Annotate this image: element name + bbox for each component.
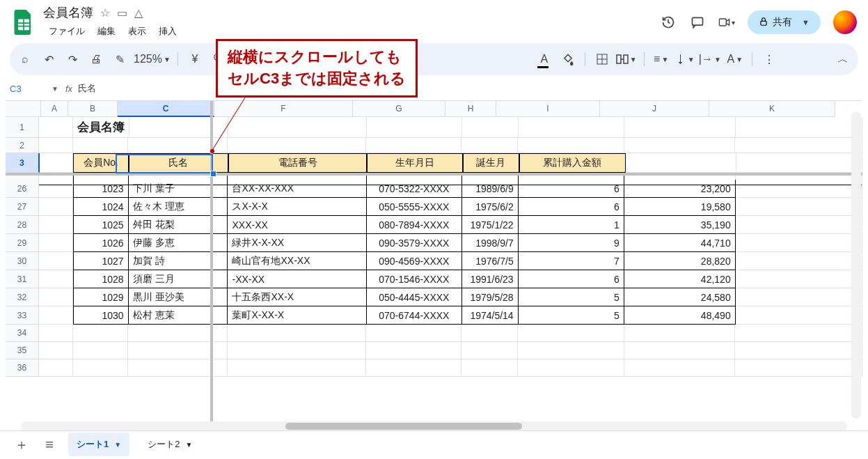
search-icon[interactable]: ⌕ xyxy=(15,49,35,69)
cell[interactable]: 下川 葉子 xyxy=(129,180,228,198)
cell[interactable]: 緑井X-X-XX xyxy=(228,234,366,252)
row-header[interactable]: 26 xyxy=(6,180,39,198)
cell[interactable]: 1989/6/9 xyxy=(462,180,519,198)
add-sheet-button[interactable]: ＋ xyxy=(13,435,31,454)
cell[interactable]: 19,580 xyxy=(624,198,736,216)
cell[interactable]: 9 xyxy=(519,234,624,252)
menu-edit[interactable]: 編集 xyxy=(92,22,121,40)
cell[interactable]: 23,200 xyxy=(624,180,736,198)
cell[interactable]: 080-7894-XXXX xyxy=(367,216,462,234)
row-header[interactable]: 31 xyxy=(6,270,39,288)
cell[interactable]: 1023 xyxy=(73,180,129,198)
zoom-select[interactable]: 125%▼ xyxy=(134,49,171,69)
chevron-down-icon[interactable]: ▼ xyxy=(114,441,121,449)
more-icon[interactable]: ⋮ xyxy=(759,49,779,69)
cell[interactable]: 1974/5/14 xyxy=(462,306,519,325)
paint-format-button[interactable]: ✎ xyxy=(110,49,129,69)
header-birthdate[interactable]: 生年月日 xyxy=(367,153,463,173)
redo-button[interactable]: ↷ xyxy=(63,49,82,69)
cell[interactable]: 黒川 亜沙美 xyxy=(129,288,228,306)
cell[interactable]: 48,490 xyxy=(624,306,736,325)
cell[interactable]: 1026 xyxy=(73,234,129,252)
select-all-corner[interactable] xyxy=(6,101,41,117)
row-header[interactable]: 30 xyxy=(6,252,39,270)
chevron-down-icon[interactable]: ▼ xyxy=(185,441,192,449)
cell[interactable]: 伊藤 多恵 xyxy=(129,234,228,252)
header-phone[interactable]: 電話番号 xyxy=(228,153,367,173)
cell[interactable]: 6 xyxy=(519,180,624,198)
header-member-no[interactable]: 会員No. xyxy=(73,153,129,173)
row-header[interactable]: 27 xyxy=(6,198,39,216)
row-header[interactable]: 32 xyxy=(6,288,39,306)
wrap-button[interactable]: |→▼ xyxy=(699,49,721,69)
cell[interactable]: 6 xyxy=(519,270,624,288)
fill-color-button[interactable] xyxy=(558,49,578,69)
horizontal-freeze-bar[interactable] xyxy=(6,173,862,176)
menu-insert[interactable]: 挿入 xyxy=(153,22,182,40)
cell[interactable]: 28,820 xyxy=(624,252,736,270)
cell[interactable]: 1028 xyxy=(73,270,129,288)
cell[interactable]: 1025 xyxy=(73,216,129,234)
formula-input[interactable]: 氏名 xyxy=(78,82,96,95)
meet-icon[interactable]: ▾ xyxy=(718,14,735,31)
halign-button[interactable]: ≡▼ xyxy=(652,49,671,69)
cell[interactable]: 台XX-XX-XXX xyxy=(228,180,366,198)
row-header[interactable]: 28 xyxy=(6,216,39,234)
history-icon[interactable] xyxy=(660,14,677,31)
cell[interactable]: 050-4445-XXXX xyxy=(367,288,462,306)
sheet-tab-2[interactable]: シート2▼ xyxy=(139,433,200,456)
cell[interactable]: 崎山官有地XX-XX xyxy=(228,252,366,270)
col-header[interactable]: C xyxy=(118,101,214,117)
document-title[interactable]: 会員名簿 xyxy=(43,4,93,21)
borders-button[interactable] xyxy=(592,49,612,69)
avatar[interactable] xyxy=(833,10,857,34)
collapse-toolbar-button[interactable]: ︿ xyxy=(833,49,853,69)
cell[interactable]: 1030 xyxy=(73,306,129,325)
star-icon[interactable]: ☆ xyxy=(100,6,110,20)
col-header[interactable]: A xyxy=(41,101,68,117)
all-sheets-button[interactable]: ≡ xyxy=(40,437,58,453)
col-header[interactable]: I xyxy=(496,101,600,117)
title-cell[interactable]: 会員名簿 xyxy=(73,117,129,138)
currency-button[interactable]: ¥ xyxy=(185,49,205,69)
cell[interactable]: 1979/5/28 xyxy=(462,288,519,306)
comment-icon[interactable] xyxy=(689,14,706,31)
cell[interactable]: 42,120 xyxy=(624,270,736,288)
vertical-scrollbar[interactable] xyxy=(851,111,861,419)
chevron-down-icon[interactable]: ▼ xyxy=(52,85,58,93)
row-header[interactable]: 33 xyxy=(6,306,39,325)
cell[interactable]: 070-6744-XXXX xyxy=(367,306,462,325)
col-header[interactable]: B xyxy=(68,101,118,117)
print-button[interactable]: 🖨 xyxy=(86,49,106,69)
col-header[interactable]: J xyxy=(600,101,709,117)
col-header[interactable]: F xyxy=(214,101,353,117)
menu-file[interactable]: ファイル xyxy=(43,22,90,40)
header-name[interactable]: 氏名 xyxy=(129,153,228,173)
cell[interactable]: 050-5555-XXXX xyxy=(367,198,462,216)
cell[interactable]: スX-X-X xyxy=(228,198,366,216)
cell[interactable]: 7 xyxy=(519,252,624,270)
cell[interactable]: -XX-XX xyxy=(228,270,366,288)
menu-view[interactable]: 表示 xyxy=(123,22,152,40)
undo-button[interactable]: ↶ xyxy=(39,49,58,69)
sheet-tab-1[interactable]: シート1▼ xyxy=(68,433,129,456)
cell[interactable]: 松村 恵茉 xyxy=(129,306,228,325)
cell[interactable]: 6 xyxy=(519,198,624,216)
spreadsheet-grid[interactable]: A B C F G H I J K 1 会員名簿 2 3 会員N xyxy=(6,100,862,426)
row-header[interactable]: 34 xyxy=(6,325,39,342)
cloud-icon[interactable]: △ xyxy=(134,6,143,20)
cell[interactable]: 1975/1/22 xyxy=(462,216,519,234)
cell[interactable]: 5 xyxy=(519,288,624,306)
cell[interactable]: 加賀 詩 xyxy=(129,252,228,270)
cell[interactable]: 1027 xyxy=(73,252,129,270)
row-header[interactable]: 29 xyxy=(6,234,39,252)
cell[interactable]: 090-4569-XXXX xyxy=(367,252,462,270)
horizontal-scrollbar[interactable] xyxy=(21,421,847,431)
cell[interactable]: 5 xyxy=(519,306,624,325)
cell[interactable]: 1 xyxy=(519,216,624,234)
cell[interactable]: 1976/7/5 xyxy=(462,252,519,270)
row-header[interactable]: 2 xyxy=(6,138,39,153)
cell[interactable]: 070-1546-XXXX xyxy=(367,270,462,288)
cell[interactable]: 1029 xyxy=(73,288,129,306)
cell[interactable]: 舛田 花梨 xyxy=(129,216,228,234)
